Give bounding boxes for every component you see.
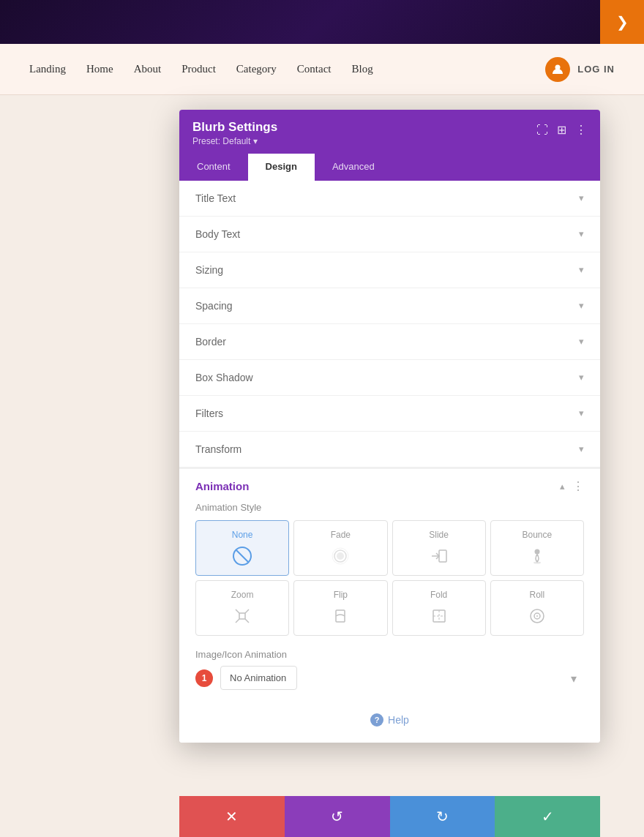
login-user-icon xyxy=(545,57,570,82)
login-label[interactable]: LOG IN xyxy=(577,64,615,75)
img-icon-anim-row: 1 No Animation Bounce Flash Pulse Rubber… xyxy=(195,666,584,690)
anim-zoom-label: Zoom xyxy=(231,590,254,600)
animation-title: Animation xyxy=(195,480,249,492)
section-border-chevron: ▾ xyxy=(579,336,584,348)
top-bar-orange-button[interactable]: ❯ xyxy=(600,0,644,44)
animation-more-icon[interactable]: ⋮ xyxy=(572,479,584,493)
settings-panel: Blurb Settings Preset: Default ▾ ⛶ ⊞ ⋮ C… xyxy=(179,110,600,743)
svg-point-3 xyxy=(337,552,344,560)
panel-columns-icon[interactable]: ⊞ xyxy=(557,123,566,137)
nav-links: Landing Home About Product Category Cont… xyxy=(29,63,373,75)
help-row[interactable]: ? Help xyxy=(195,703,584,731)
anim-fold-label: Fold xyxy=(430,590,447,600)
img-icon-anim-label: Image/Icon Animation xyxy=(195,649,584,660)
nav-link-about[interactable]: About xyxy=(134,63,162,75)
panel-header: Blurb Settings Preset: Default ▾ ⛶ ⊞ ⋮ xyxy=(179,110,600,154)
animation-collapse-icon[interactable]: ▴ xyxy=(560,481,565,492)
nav-link-landing[interactable]: Landing xyxy=(29,63,66,75)
anim-item-slide[interactable]: Slide xyxy=(392,520,486,576)
nav-link-contact[interactable]: Contact xyxy=(297,63,332,75)
help-label: Help xyxy=(388,714,409,726)
anim-item-fold[interactable]: Fold xyxy=(392,580,486,636)
nav-right: LOG IN xyxy=(545,57,615,82)
section-box-shadow-chevron: ▾ xyxy=(579,372,584,383)
section-box-shadow[interactable]: Box Shadow ▾ xyxy=(179,360,600,396)
help-icon: ? xyxy=(370,713,383,727)
svg-rect-6 xyxy=(439,550,446,562)
panel-body: Title Text ▾ Body Text ▾ Sizing ▾ Spacin… xyxy=(179,181,600,743)
reset-button[interactable]: ↺ xyxy=(285,796,390,837)
tab-design[interactable]: Design xyxy=(248,154,315,181)
anim-bounce-label: Bounce xyxy=(523,530,553,540)
svg-rect-15 xyxy=(336,610,345,622)
panel-title: Blurb Settings xyxy=(192,120,277,135)
section-box-shadow-label: Box Shadow xyxy=(195,372,253,383)
panel-preset[interactable]: Preset: Default ▾ xyxy=(192,136,277,146)
section-body-text-label: Body Text xyxy=(195,228,240,240)
section-body-text[interactable]: Body Text ▾ xyxy=(179,217,600,252)
orange-arrow-icon: ❯ xyxy=(616,13,629,31)
section-filters-label: Filters xyxy=(195,408,223,419)
img-icon-anim-select[interactable]: No Animation Bounce Flash Pulse Rubber B… xyxy=(220,666,297,690)
section-transform-chevron: ▾ xyxy=(579,443,584,455)
section-transform[interactable]: Transform ▾ xyxy=(179,432,600,468)
animation-header-right: ▴ ⋮ xyxy=(560,479,584,493)
section-transform-label: Transform xyxy=(195,443,242,455)
section-sizing[interactable]: Sizing ▾ xyxy=(179,252,600,288)
section-title-text-chevron: ▾ xyxy=(579,192,584,204)
anim-item-roll[interactable]: Roll xyxy=(490,580,584,636)
svg-point-9 xyxy=(533,562,541,564)
section-body-text-chevron: ▾ xyxy=(579,228,584,240)
nav-link-category[interactable]: Category xyxy=(236,63,277,75)
section-sizing-chevron: ▾ xyxy=(579,264,584,276)
nav-bar: Landing Home About Product Category Cont… xyxy=(0,44,644,95)
section-title-text[interactable]: Title Text ▾ xyxy=(179,181,600,217)
img-icon-anim-select-wrapper[interactable]: No Animation Bounce Flash Pulse Rubber B… xyxy=(220,666,584,690)
section-spacing-chevron: ▾ xyxy=(579,300,584,312)
section-border[interactable]: Border ▾ xyxy=(179,324,600,360)
section-filters[interactable]: Filters ▾ xyxy=(179,396,600,432)
anim-none-label: None xyxy=(232,530,253,540)
redo-button[interactable]: ↻ xyxy=(390,796,495,837)
svg-point-8 xyxy=(534,549,539,555)
section-title-text-label: Title Text xyxy=(195,192,236,204)
animation-section: Animation ▴ ⋮ Animation Style None xyxy=(179,468,600,743)
anim-item-flip[interactable]: Flip xyxy=(293,580,387,636)
anim-flip-label: Flip xyxy=(334,590,348,600)
cancel-button[interactable]: ✕ xyxy=(179,796,285,837)
section-spacing-label: Spacing xyxy=(195,300,233,312)
top-bar: ❯ xyxy=(0,0,644,44)
step-badge: 1 xyxy=(195,669,213,687)
save-button[interactable]: ✓ xyxy=(495,796,600,837)
panel-more-icon[interactable]: ⋮ xyxy=(575,123,587,137)
anim-item-bounce[interactable]: Bounce xyxy=(490,520,584,576)
anim-item-zoom[interactable]: Zoom xyxy=(195,580,289,636)
section-sizing-label: Sizing xyxy=(195,264,223,276)
nav-link-product[interactable]: Product xyxy=(181,63,216,75)
svg-rect-14 xyxy=(239,613,245,619)
tab-advanced[interactable]: Advanced xyxy=(315,154,392,181)
panel-tabs: Content Design Advanced xyxy=(179,154,600,181)
section-filters-chevron: ▾ xyxy=(579,408,584,419)
tab-content[interactable]: Content xyxy=(179,154,248,181)
section-border-label: Border xyxy=(195,336,226,348)
animation-header: Animation ▴ ⋮ xyxy=(195,469,584,502)
nav-link-home[interactable]: Home xyxy=(86,63,113,75)
nav-link-blog[interactable]: Blog xyxy=(351,63,372,75)
anim-slide-label: Slide xyxy=(429,530,449,540)
panel-title-group: Blurb Settings Preset: Default ▾ xyxy=(192,120,277,146)
modal-overlay: Blurb Settings Preset: Default ▾ ⛶ ⊞ ⋮ C… xyxy=(0,95,644,837)
animation-style-label: Animation Style xyxy=(195,502,584,513)
svg-line-2 xyxy=(236,550,248,562)
anim-item-fade[interactable]: Fade xyxy=(293,520,387,576)
panel-fullscreen-icon[interactable]: ⛶ xyxy=(536,124,548,137)
section-spacing[interactable]: Spacing ▾ xyxy=(179,288,600,324)
page-content: Blurb Settings Preset: Default ▾ ⛶ ⊞ ⋮ C… xyxy=(0,95,644,837)
panel-header-icons: ⛶ ⊞ ⋮ xyxy=(536,123,587,137)
anim-item-none[interactable]: None xyxy=(195,520,289,576)
action-bar: ✕ ↺ ↻ ✓ xyxy=(179,796,600,837)
anim-fade-label: Fade xyxy=(331,530,351,540)
anim-roll-label: Roll xyxy=(530,590,545,600)
animation-style-grid: None Fade xyxy=(195,520,584,636)
svg-point-21 xyxy=(536,615,538,617)
